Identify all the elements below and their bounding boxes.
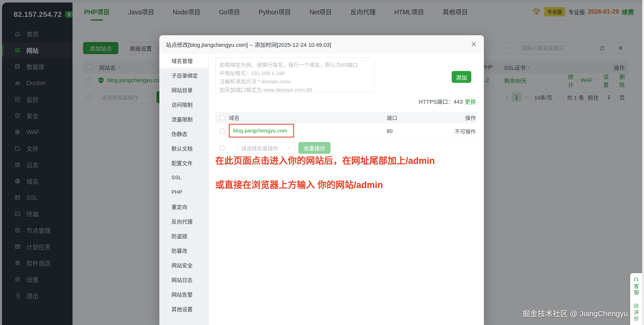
https-port-value: 443 xyxy=(453,99,463,105)
modal-title: 站点修改[blog.jiangchengyu.com] -- 添加时间[2025… xyxy=(166,40,331,48)
https-port-line: HTTPS端口：443更换 xyxy=(215,97,477,105)
textarea-placeholder-line: 如需绑定外网，请换行填写，每行一个域名，默认为80端口 xyxy=(220,61,370,69)
watermark: 掘金技术社区 @ JiangChengyu xyxy=(522,307,628,318)
domain-manage-panel: 如需绑定外网，请换行填写，每行一个域名，默认为80端口 IP地址格式：192.1… xyxy=(209,53,484,325)
modal-menu-php[interactable]: PHP xyxy=(159,185,208,199)
close-icon[interactable] xyxy=(470,41,477,48)
modal-menu-tamper-proof[interactable]: 防篡改 xyxy=(159,243,208,258)
domain-table-header: 域名 端口 操作 xyxy=(215,112,477,123)
chevron-down-icon xyxy=(287,146,291,150)
domain-row-checkbox[interactable] xyxy=(220,129,225,134)
add-domain-button[interactable]: 添加 xyxy=(452,71,471,83)
batch-select-placeholder: 请选择批量操作 xyxy=(241,144,278,152)
textarea-placeholder-line: 泛解析添加方法 *.domain.com xyxy=(220,77,370,86)
modal-menu-default-doc[interactable]: 默认文档 xyxy=(159,141,208,156)
annotation-note-1: 在此页面点击进入你的网站后，在网址尾部加上/admin xyxy=(215,155,477,166)
modal-menu-other-settings[interactable]: 其他设置 xyxy=(159,302,208,316)
textarea-placeholder-line: IP地址格式：192.168.1.199 xyxy=(220,69,370,77)
column-port: 端口 xyxy=(349,114,440,121)
modal-menu-subdir-bind[interactable]: 子目录绑定 xyxy=(159,68,208,83)
support-label: 客服 xyxy=(633,284,640,296)
change-port-link[interactable]: 更换 xyxy=(465,99,476,105)
modal-menu: 域名管理 子目录绑定 网站目录 访问限制 流量限制 伪静态 默认文档 配置文件 … xyxy=(159,53,209,325)
app-root: 82.157.254.72 0 首页 网站 数据库 Docker 监控 xyxy=(0,0,644,325)
domain-table-row: blog.jiangchengyu.com 80 不可操作 xyxy=(215,123,477,139)
domain-batch-select[interactable]: 请选择批量操作 xyxy=(237,142,295,154)
browser-scrollbar[interactable] xyxy=(642,0,644,325)
modal-menu-redirect[interactable]: 重定向 xyxy=(159,199,208,214)
modal-menu-site-logs[interactable]: 网站日志 xyxy=(159,272,208,287)
domain-link[interactable]: blog.jiangchengyu.com xyxy=(233,128,287,133)
headset-icon xyxy=(633,277,639,283)
domain-operations: 不可操作 xyxy=(440,127,477,135)
column-domain: 域名 xyxy=(229,114,349,121)
domain-port: 80 xyxy=(349,128,440,134)
modal-header: 站点修改[blog.jiangchengyu.com] -- 添加时间[2025… xyxy=(159,35,484,53)
floating-sidebar: 客服 评价 xyxy=(630,273,642,325)
modal-menu-site-dir[interactable]: 网站目录 xyxy=(159,83,208,97)
modal-menu-config-file[interactable]: 配置文件 xyxy=(159,156,208,170)
modal-menu-anti-leech[interactable]: 防盗链 xyxy=(159,229,208,243)
domain-batch-row: 请选择批量操作 批量操作 xyxy=(215,142,477,154)
edit-icon xyxy=(633,303,639,309)
feedback-button[interactable]: 评价 xyxy=(633,303,640,322)
domain-batch-checkbox[interactable] xyxy=(220,146,225,151)
domain-select-all-checkbox[interactable] xyxy=(220,115,225,120)
support-button[interactable]: 客服 xyxy=(633,277,640,296)
domain-batch-button[interactable]: 批量操作 xyxy=(298,142,331,154)
feedback-label: 评价 xyxy=(633,310,640,322)
site-edit-modal: 站点修改[blog.jiangchengyu.com] -- 添加时间[2025… xyxy=(159,35,484,325)
column-operations: 操作 xyxy=(440,114,477,121)
https-port-label: HTTPS端口： xyxy=(419,99,453,105)
modal-menu-site-security[interactable]: 网站安全 xyxy=(159,258,208,272)
modal-menu-site-alerts[interactable]: 网站告警 xyxy=(159,287,208,302)
domain-highlight-box: blog.jiangchengyu.com xyxy=(229,124,294,137)
domain-textarea[interactable]: 如需绑定外网，请换行填写，每行一个域名，默认为80端口 IP地址格式：192.1… xyxy=(215,57,374,93)
modal-menu-access-limit[interactable]: 访问限制 xyxy=(159,97,208,112)
modal-menu-traffic-limit[interactable]: 流量限制 xyxy=(159,112,208,126)
annotation-note-2: 或直接在浏览器上方输入 你的网站/admin xyxy=(215,179,477,191)
modal-menu-reverse-proxy[interactable]: 反向代理 xyxy=(159,214,208,229)
modal-menu-domain-manage[interactable]: 域名管理 xyxy=(159,53,208,68)
modal-body: 域名管理 子目录绑定 网站目录 访问限制 流量限制 伪静态 默认文档 配置文件 … xyxy=(159,53,484,325)
modal-menu-rewrite[interactable]: 伪静态 xyxy=(159,126,208,141)
modal-menu-ssl[interactable]: SSL xyxy=(159,170,208,185)
textarea-placeholder-line: 如另加端口格式为 www.domain.com:88 xyxy=(220,86,370,94)
